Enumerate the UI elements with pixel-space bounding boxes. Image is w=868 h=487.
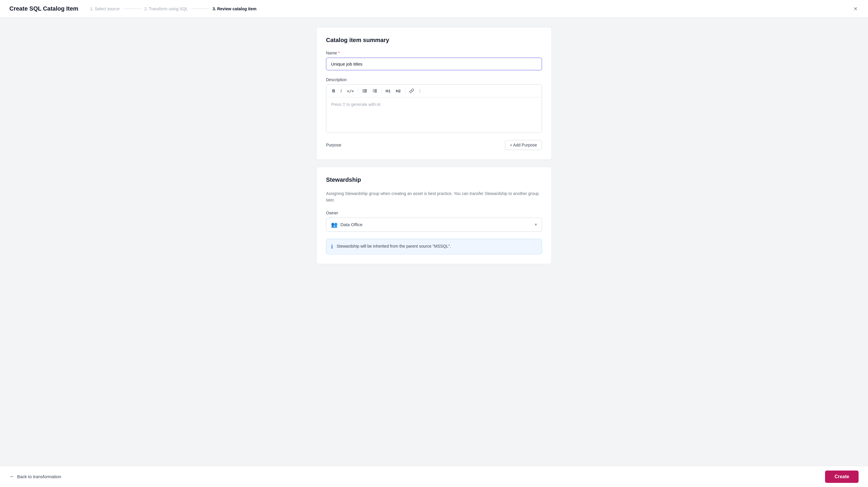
name-input[interactable] xyxy=(326,58,542,70)
svg-rect-5 xyxy=(364,92,367,92)
svg-rect-3 xyxy=(364,91,367,91)
editor-placeholder: Press '|' to generate with AI xyxy=(331,102,381,107)
owner-field-group: Owner 👥 Data Office ▾ xyxy=(326,210,542,232)
stewardship-card: Stewardship Assigning Stewardship group … xyxy=(316,167,552,264)
purpose-row: Purpose + Add Purpose xyxy=(326,140,542,150)
owner-value: Data Office xyxy=(340,222,363,227)
svg-rect-11 xyxy=(374,92,377,92)
step-3-label: 3. Review catalog item xyxy=(212,6,256,11)
toolbar-bullet-list-button[interactable] xyxy=(360,87,370,95)
stewardship-info-box: ℹ Stewardship will be inherited from the… xyxy=(326,239,542,254)
required-indicator: * xyxy=(338,51,340,55)
footer: ← Back to transformation Create xyxy=(0,466,868,487)
owner-icon: 👥 xyxy=(331,222,338,228)
editor-toolbar: B I </> 1. xyxy=(326,85,542,97)
header-left: Create SQL Catalog Item 1. Select source… xyxy=(9,5,256,12)
step-connector-2 xyxy=(191,8,209,9)
svg-point-0 xyxy=(363,89,363,90)
svg-rect-7 xyxy=(374,89,377,90)
toolbar-code-button[interactable]: </> xyxy=(345,88,356,94)
main-content: Catalog item summary Name * Description … xyxy=(0,18,868,273)
catalog-summary-title: Catalog item summary xyxy=(326,37,542,43)
toolbar-bold-button[interactable]: B xyxy=(330,87,338,94)
toolbar-link-button[interactable] xyxy=(407,87,416,95)
toolbar-separator-1 xyxy=(358,88,359,94)
step-1: 1. Select source xyxy=(90,6,120,11)
stewardship-info-text: Stewardship will be inherited from the p… xyxy=(337,243,451,249)
page-title: Create SQL Catalog Item xyxy=(9,5,78,12)
stewardship-title: Stewardship xyxy=(326,176,542,183)
stepper: 1. Select source 2. Transform using SQL … xyxy=(90,6,256,11)
toolbar-ordered-list-button[interactable]: 1. 2. 3. xyxy=(370,87,379,95)
toolbar-divider-button[interactable]: | xyxy=(417,87,423,95)
dropdown-left: 👥 Data Office xyxy=(331,222,363,228)
app-header: Create SQL Catalog Item 1. Select source… xyxy=(0,0,868,18)
description-label: Description xyxy=(326,77,542,82)
svg-rect-1 xyxy=(364,89,367,90)
toolbar-italic-button[interactable]: I xyxy=(338,87,344,94)
step-1-label: 1. Select source xyxy=(90,6,120,11)
editor-content[interactable]: Press '|' to generate with AI xyxy=(326,97,542,133)
name-field-group: Name * xyxy=(326,51,542,70)
svg-rect-9 xyxy=(374,91,377,91)
stewardship-description: Assigning Stewardship group when creatin… xyxy=(326,190,542,203)
step-2-label: 2. Transform using SQL xyxy=(145,6,188,11)
toolbar-separator-2 xyxy=(381,88,382,94)
svg-point-4 xyxy=(363,92,363,93)
back-button-label: Back to transformation xyxy=(17,474,61,479)
step-2: 2. Transform using SQL xyxy=(145,6,188,11)
toolbar-h1-button[interactable]: H1 xyxy=(383,88,393,94)
back-to-transformation-button[interactable]: ← Back to transformation xyxy=(9,471,61,482)
catalog-summary-card: Catalog item summary Name * Description … xyxy=(316,27,552,160)
rich-text-editor[interactable]: B I </> 1. xyxy=(326,85,542,133)
content-wrapper: Catalog item summary Name * Description … xyxy=(316,27,552,264)
name-label: Name * xyxy=(326,51,542,55)
toolbar-h2-button[interactable]: H2 xyxy=(393,88,403,94)
step-3: 3. Review catalog item xyxy=(212,6,256,11)
step-connector-1 xyxy=(123,8,141,9)
create-button[interactable]: Create xyxy=(825,470,859,483)
back-arrow-icon: ← xyxy=(9,474,15,480)
close-button[interactable]: × xyxy=(852,4,859,13)
description-field-group: Description B I </> xyxy=(326,77,542,133)
info-icon: ℹ xyxy=(331,244,333,250)
chevron-down-icon: ▾ xyxy=(535,222,537,227)
svg-text:3.: 3. xyxy=(373,91,374,93)
purpose-label: Purpose xyxy=(326,142,341,147)
add-purpose-button[interactable]: + Add Purpose xyxy=(505,140,542,150)
svg-point-2 xyxy=(363,91,363,92)
owner-dropdown[interactable]: 👥 Data Office ▾ xyxy=(326,218,542,232)
owner-label: Owner xyxy=(326,210,542,215)
